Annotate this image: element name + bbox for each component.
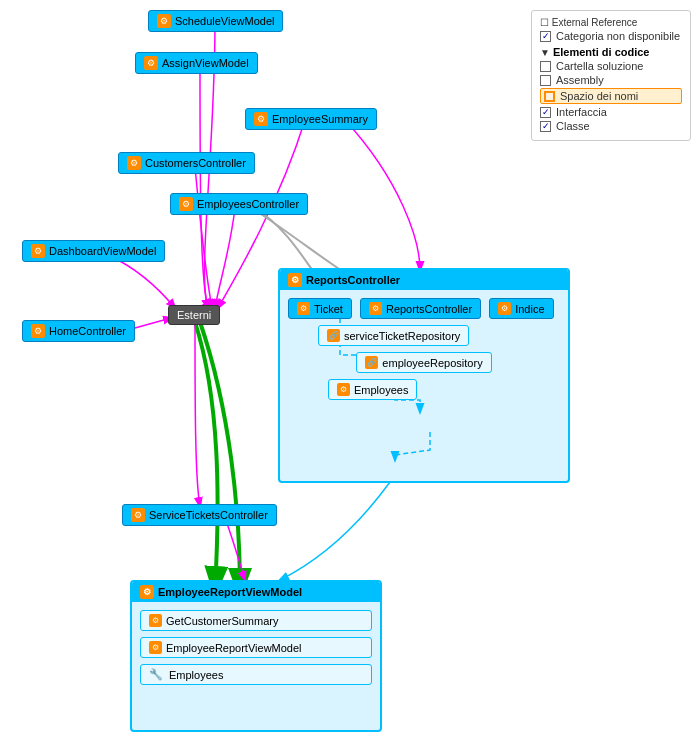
legend-check-categoria[interactable] [540, 31, 551, 42]
legend-item-classe: Classe [540, 120, 682, 132]
inner-icon-indice: ⚙ [498, 302, 511, 315]
node-scheduleviewmodel[interactable]: ⚙ ScheduleViewModel [148, 10, 283, 32]
inner-row-top: ⚙ Ticket ⚙ ReportsController ⚙ Indice [288, 298, 560, 319]
inner-node-employees-ervm[interactable]: 🔧 Employees [140, 664, 372, 685]
node-icon-customerscontroller: ⚙ [127, 156, 141, 170]
node-dashboardviewmodel[interactable]: ⚙ DashboardViewModel [22, 240, 165, 262]
legend-panel: ☐ External Reference Categoria non dispo… [531, 10, 691, 141]
inner-icon-serviceticketrepository: 🔗 [327, 329, 340, 342]
node-employeesummary[interactable]: ⚙ EmployeeSummary [245, 108, 377, 130]
node-assignviewmodel[interactable]: ⚙ AssignViewModel [135, 52, 258, 74]
node-customerscontroller[interactable]: ⚙ CustomersController [118, 152, 255, 174]
inner-node-employeereportviewmodel[interactable]: ⚙ EmployeeReportViewModel [140, 637, 372, 658]
node-esterni[interactable]: Esterni [168, 305, 220, 325]
node-icon-employeesummary: ⚙ [254, 112, 268, 126]
node-icon-dashboardviewmodel: ⚙ [31, 244, 45, 258]
legend-item-assembly: Assembly [540, 74, 682, 86]
diagram-area: ⚙ ScheduleViewModel ⚙ AssignViewModel ⚙ … [0, 0, 699, 740]
inner-node-employees-reports[interactable]: ⚙ Employees [328, 379, 417, 400]
legend-check-classe[interactable] [540, 121, 551, 132]
node-employeescontroller[interactable]: ⚙ EmployeesController [170, 193, 308, 215]
node-icon-homecontroller: ⚙ [31, 324, 45, 338]
group-employeereportviewmodel: ⚙ EmployeeReportViewModel ⚙ GetCustomerS… [130, 580, 382, 732]
legend-section-title: ▼ Elementi di codice [540, 46, 682, 58]
group-employeereportviewmodel-body: ⚙ GetCustomerSummary ⚙ EmployeeReportVie… [132, 602, 380, 693]
group-reportscontroller-header: ⚙ ReportsController [280, 270, 568, 290]
node-icon-employeereportviewmodel: ⚙ [140, 585, 154, 599]
group-employeereportviewmodel-header: ⚙ EmployeeReportViewModel [132, 582, 380, 602]
legend-item-categoria: Categoria non disponibile [540, 30, 682, 42]
inner-icon-reportscontroller: ⚙ [369, 302, 382, 315]
inner-node-reportscontroller[interactable]: ⚙ ReportsController [360, 298, 481, 319]
group-reportscontroller: ⚙ ReportsController ⚙ Ticket ⚙ ReportsCo… [278, 268, 570, 483]
node-icon-employeescontroller: ⚙ [179, 197, 193, 211]
legend-external-ref: ☐ External Reference [540, 17, 682, 28]
legend-check-assembly[interactable] [540, 75, 551, 86]
inner-node-indice[interactable]: ⚙ Indice [489, 298, 553, 319]
node-icon-scheduleviewmodel: ⚙ [157, 14, 171, 28]
node-homecontroller[interactable]: ⚙ HomeController [22, 320, 135, 342]
group-reportscontroller-body: ⚙ Ticket ⚙ ReportsController ⚙ Indice 🔗 … [280, 290, 568, 408]
legend-item-spazio: Spazio dei nomi [540, 88, 682, 104]
inner-icon-getcustomersummary: ⚙ [149, 614, 162, 627]
node-icon-assignviewmodel: ⚙ [144, 56, 158, 70]
legend-item-cartella: Cartella soluzione [540, 60, 682, 72]
inner-icon-employeerepository: 🔗 [365, 356, 378, 369]
node-icon-reportscontroller: ⚙ [288, 273, 302, 287]
node-serviceticketscontroller[interactable]: ⚙ ServiceTicketsController [122, 504, 277, 526]
inner-icon-ticket: ⚙ [297, 302, 310, 315]
legend-check-interfaccia[interactable] [540, 107, 551, 118]
legend-item-interfaccia: Interfaccia [540, 106, 682, 118]
inner-icon-employees-reports: ⚙ [337, 383, 350, 396]
legend-check-spazio[interactable] [544, 91, 555, 102]
legend-check-cartella[interactable] [540, 61, 551, 72]
node-icon-serviceticketscontroller: ⚙ [131, 508, 145, 522]
inner-node-employeerepository[interactable]: 🔗 employeeRepository [356, 352, 491, 373]
inner-node-getcustomersummary[interactable]: ⚙ GetCustomerSummary [140, 610, 372, 631]
inner-node-ticket[interactable]: ⚙ Ticket [288, 298, 352, 319]
inner-node-serviceticketrepository[interactable]: 🔗 serviceTicketRepository [318, 325, 469, 346]
inner-icon-employeereportviewmodel: ⚙ [149, 641, 162, 654]
